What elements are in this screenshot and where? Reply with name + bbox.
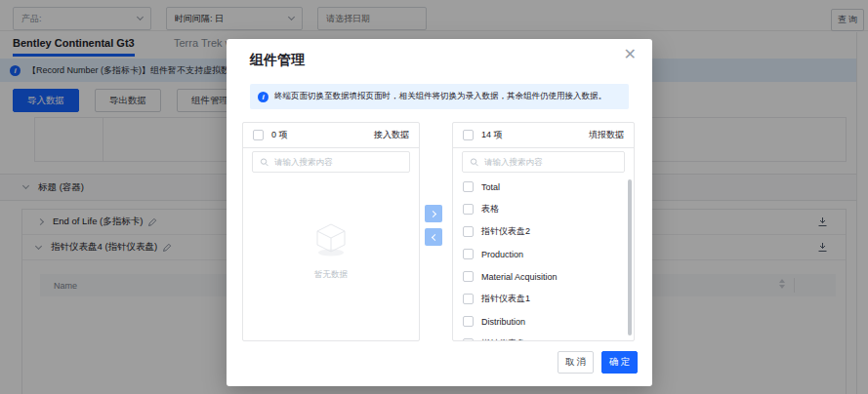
empty-text: 暂无数据 — [243, 269, 419, 281]
source-panel-header: 0 项 接入数据 — [243, 123, 419, 148]
move-left-button[interactable] — [425, 228, 442, 246]
search-icon — [260, 157, 269, 168]
item-checkbox[interactable] — [463, 316, 474, 327]
screen: 产品: 时间间隔: 日 查询 Bentley Continental Gt3 T… — [0, 0, 868, 394]
component-list-item[interactable]: 表格 — [453, 198, 634, 220]
item-checkbox[interactable] — [463, 226, 474, 237]
cancel-button[interactable]: 取消 — [558, 351, 594, 374]
target-search-box — [462, 151, 625, 173]
component-manage-modal: 组件管理 ✕ i 终端页面切换至数据填报页面时，相关组件将切换为录入数据，其余组… — [227, 39, 652, 386]
component-list-item[interactable]: Distribution — [453, 310, 634, 333]
item-checkbox[interactable] — [463, 249, 474, 259]
target-count: 14 项 — [481, 129, 503, 141]
item-checkbox[interactable] — [463, 338, 474, 340]
source-search-input[interactable] — [274, 157, 402, 167]
select-all-checkbox[interactable] — [253, 130, 264, 140]
component-list-item[interactable]: 指针仪表盘1 — [453, 288, 634, 310]
source-panel: 0 项 接入数据 暂无数据 — [242, 122, 420, 341]
close-icon[interactable]: ✕ — [624, 47, 637, 62]
item-label: 指针仪表盘2 — [481, 225, 530, 238]
move-right-button[interactable] — [425, 205, 442, 222]
item-label: 指针仪表盘1 — [481, 293, 530, 305]
component-list-item[interactable]: 指针仪表盘2 — [453, 220, 634, 243]
item-label: 指针仪表盘 — [481, 337, 525, 340]
item-checkbox[interactable] — [463, 181, 474, 192]
item-checkbox[interactable] — [463, 271, 474, 282]
empty-state: 暂无数据 — [243, 220, 419, 281]
empty-box-icon — [310, 220, 351, 257]
item-label: 表格 — [481, 203, 499, 216]
modal-title: 组件管理 — [250, 52, 305, 69]
select-all-checkbox[interactable] — [463, 130, 474, 140]
item-label: Total — [481, 182, 500, 192]
search-icon — [470, 157, 479, 168]
list-scrollbar[interactable] — [628, 179, 632, 335]
target-panel-header: 14 项 填报数据 — [453, 123, 634, 148]
item-label: Material Acquisition — [481, 272, 558, 282]
info-icon: i — [258, 92, 269, 102]
source-count: 0 项 — [271, 129, 288, 141]
target-panel: 14 项 填报数据 Total — [452, 122, 635, 341]
component-list-item[interactable]: Material Acquisition — [453, 265, 634, 288]
item-checkbox[interactable] — [463, 294, 474, 304]
item-checkbox[interactable] — [463, 204, 474, 215]
modal-alert: i 终端页面切换至数据填报页面时，相关组件将切换为录入数据，其余组件仍使用接入数… — [250, 84, 629, 109]
source-search-box — [252, 151, 410, 173]
component-list-item[interactable]: Production — [453, 243, 634, 265]
confirm-button[interactable]: 确定 — [601, 351, 638, 374]
component-list-item[interactable]: Total — [453, 176, 634, 198]
alert-text: 终端页面切换至数据填报页面时，相关组件将切换为录入数据，其余组件仍使用接入数据。 — [274, 91, 606, 102]
transfer-controls — [425, 205, 442, 246]
component-list-item[interactable]: 指针仪表盘 — [453, 333, 634, 340]
target-search-input[interactable] — [484, 157, 617, 167]
target-type-label: 填报数据 — [589, 129, 624, 141]
item-label: Production — [481, 250, 523, 259]
item-label: Distribution — [481, 317, 525, 327]
component-list: Total 表格 指针仪表盘2 Production — [453, 176, 634, 340]
source-type-label: 接入数据 — [374, 129, 409, 141]
